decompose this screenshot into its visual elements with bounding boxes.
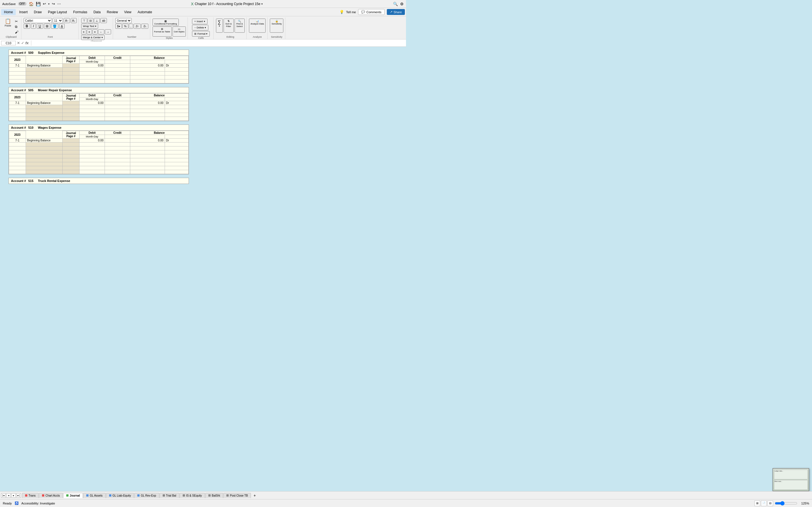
menu-draw[interactable]: Draw (31, 9, 45, 15)
font-name-select[interactable]: Calibri (24, 18, 52, 23)
find-select-button[interactable]: 🔍 Find & Select (235, 18, 245, 33)
balance-cell[interactable]: 0.00 (130, 64, 165, 68)
format-as-table-button[interactable]: ⊞ Format as Table (153, 26, 171, 37)
comma-button[interactable]: , (129, 24, 133, 29)
cell-reference[interactable] (1, 41, 16, 45)
tell-me[interactable]: Tell me (346, 10, 356, 14)
share-button[interactable]: ↗ Share (387, 9, 405, 15)
debit-cell[interactable]: 0.00 (80, 64, 105, 68)
decrease-font-button[interactable]: A↓ (71, 18, 77, 23)
orientation-button[interactable]: ab (100, 18, 107, 23)
cut-button[interactable]: ✂ (14, 19, 19, 24)
date-cell[interactable]: 7-1 (9, 64, 26, 68)
desc-cell[interactable]: Beginning Balance (26, 138, 63, 143)
align-bottom-button[interactable]: ⊥ (94, 18, 100, 23)
font-color-button[interactable]: A (59, 24, 64, 29)
conditional-formatting-icon: ▦ (164, 20, 167, 22)
credit-cell[interactable] (105, 138, 130, 143)
align-middle-button[interactable]: ⊟ (88, 18, 93, 23)
menu-data[interactable]: Data (91, 9, 103, 15)
currency-button[interactable]: $▾ (115, 24, 122, 29)
month-day-subheader: Month-Day (80, 60, 105, 64)
number-format-select[interactable]: General (115, 18, 132, 23)
redo-icon[interactable]: ↪ (52, 2, 55, 6)
search-icon[interactable]: 🔍 (393, 2, 398, 6)
align-top-button[interactable]: ⊤ (81, 18, 87, 23)
spreadsheet-area: Account # 500 Supplies Expense 2023 Jour… (0, 47, 406, 238)
credit-cell[interactable] (105, 101, 130, 105)
menu-review[interactable]: Review (104, 9, 121, 15)
desc-cell[interactable]: Beginning Balance (26, 64, 63, 68)
drcr-cell[interactable]: Dr (165, 64, 188, 68)
formula-cancel[interactable]: ✕ (17, 41, 20, 45)
menu-home[interactable]: Home (1, 9, 16, 15)
insert-button[interactable]: + Insert ▾ (192, 18, 207, 24)
menu-automate[interactable]: Automate (135, 9, 155, 15)
desc-cell[interactable]: Beginning Balance (26, 101, 63, 105)
journal-cell[interactable] (63, 101, 80, 105)
formula-bar: ✕ ✓ fx (0, 40, 406, 47)
align-left-button[interactable]: ≡ (81, 29, 86, 34)
undo-icon[interactable]: ↩ (43, 2, 46, 6)
formula-input[interactable] (34, 41, 405, 45)
autosum-button[interactable]: ∑ ▾ (216, 18, 222, 33)
decrease-decimal-button[interactable]: .0↓ (141, 24, 148, 29)
date-cell[interactable]: 7-1 (9, 101, 26, 105)
format-painter-button[interactable]: 🖌 (14, 30, 19, 34)
align-center-button[interactable]: ≡ (87, 29, 92, 34)
debit-cell[interactable]: 0.00 (80, 138, 105, 143)
title-dropdown[interactable]: ▾ (261, 3, 263, 5)
wrap-text-button[interactable]: Wrap Text ▾ (81, 24, 98, 29)
underline-button[interactable]: U (37, 24, 43, 29)
sensitivity-button[interactable]: 🔒 Sensitivity (270, 18, 283, 33)
formula-confirm[interactable]: ✓ (21, 41, 24, 45)
drcr-cell[interactable]: Dr (165, 101, 188, 105)
balance-cell[interactable]: 0.00 (130, 101, 165, 105)
table-row (9, 158, 189, 162)
border-button[interactable]: ⊞ (44, 24, 50, 29)
format-button[interactable]: ⊞ Format ▾ (192, 31, 210, 37)
balance-cell[interactable]: 0.00 (130, 138, 165, 143)
menu-insert[interactable]: Insert (16, 9, 31, 15)
indent-decrease-button[interactable]: ← (98, 29, 104, 34)
cell-styles-button[interactable]: ▭ Cell Styles (172, 26, 186, 37)
indent-increase-button[interactable]: → (105, 29, 111, 34)
debit-cell[interactable]: 0.00 (80, 101, 105, 105)
drcr-cell[interactable]: Dr (165, 138, 188, 143)
undo-dropdown[interactable]: ▾ (48, 3, 50, 5)
table-row (9, 113, 189, 117)
format-icon: ⊞ (194, 33, 197, 35)
align-right-button[interactable]: ≡ (93, 29, 98, 34)
autosave-toggle[interactable]: OFF (18, 2, 27, 6)
settings-icon[interactable]: ⚙ (400, 2, 404, 6)
increase-decimal-button[interactable]: .0↑ (134, 24, 141, 29)
increase-font-button[interactable]: A↑ (64, 18, 70, 23)
merge-center-button[interactable]: Merge & Center ▾ (81, 35, 105, 40)
formula-insert[interactable]: fx (26, 41, 29, 45)
font-size-select[interactable]: 11 (53, 18, 63, 23)
comments-button[interactable]: 💬 Comments (358, 9, 384, 15)
italic-button[interactable]: I (31, 24, 36, 29)
account-title-515: Account # 515 Truck Rental Expense (9, 178, 189, 184)
menu-view[interactable]: View (121, 9, 134, 15)
analyze-data-button[interactable]: 📊 Analyze Data (249, 18, 266, 33)
more-icon[interactable]: ⋯ (57, 2, 61, 6)
menu-formulas[interactable]: Formulas (70, 9, 90, 15)
percent-button[interactable]: % (122, 24, 128, 29)
home-icon[interactable]: 🏠 (29, 2, 34, 6)
credit-cell[interactable] (105, 64, 130, 68)
date-cell[interactable]: 7-1 (9, 138, 26, 143)
bold-button[interactable]: B (24, 24, 30, 29)
journal-cell[interactable] (63, 138, 80, 143)
sort-filter-button[interactable]: ⇅ Sort & Filter (223, 18, 234, 33)
conditional-formatting-button[interactable]: ▦ Conditional Formatting (153, 18, 179, 26)
journal-cell[interactable] (63, 64, 80, 68)
ribbon: 📋 Paste ✂ ⧉ 🖌 Clipboard Calibri (0, 16, 406, 40)
ledger-table-500: 2023 JournalPage # Debit Credit Balance … (9, 56, 189, 83)
fill-color-button[interactable]: 🪣 (51, 24, 58, 29)
paste-button[interactable]: 📋 Paste (3, 18, 13, 27)
copy-button[interactable]: ⧉ (14, 24, 19, 29)
menu-page-layout[interactable]: Page Layout (45, 9, 70, 15)
delete-button[interactable]: − Delete ▾ (192, 25, 208, 31)
save-icon[interactable]: 💾 (36, 2, 41, 6)
